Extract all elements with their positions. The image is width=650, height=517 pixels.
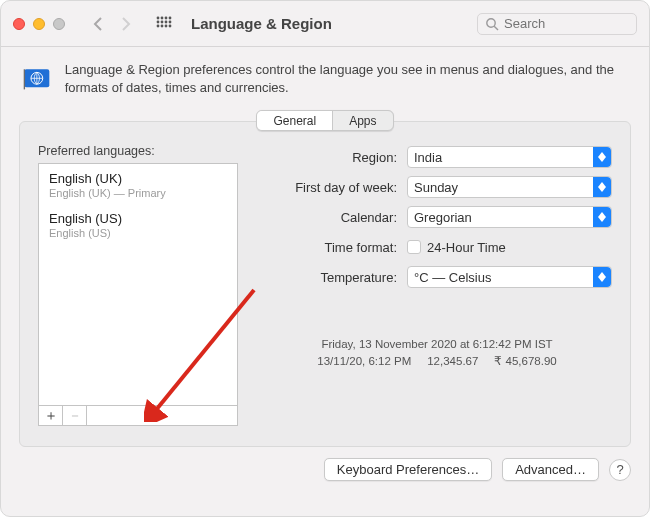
region-flag-icon	[23, 64, 51, 94]
search-wrapper	[477, 13, 637, 35]
svg-point-2	[165, 16, 168, 19]
settings-form: Region: India First day of week: Sunday	[262, 144, 612, 426]
chevron-right-icon	[121, 17, 131, 31]
tab-bar: General Apps	[1, 110, 649, 131]
list-item[interactable]: English (US) English (US)	[39, 204, 237, 244]
language-list-footer: ＋ －	[38, 405, 238, 426]
chevron-left-icon	[93, 17, 103, 31]
tab-general[interactable]: General	[257, 111, 332, 130]
traffic-lights	[13, 18, 65, 30]
banner-description: Language & Region preferences control th…	[65, 61, 631, 96]
titlebar: Language & Region	[1, 1, 649, 47]
preferences-window: Language & Region Language & Region pref…	[0, 0, 650, 517]
firstday-select[interactable]: Sunday	[407, 176, 612, 198]
svg-point-7	[169, 20, 172, 23]
svg-point-1	[161, 16, 164, 19]
remove-language-button[interactable]: －	[63, 406, 87, 425]
select-stepper-icon	[593, 147, 611, 167]
banner: Language & Region preferences control th…	[1, 47, 649, 110]
svg-point-5	[161, 20, 164, 23]
list-item[interactable]: English (UK) English (UK) — Primary	[39, 164, 237, 204]
help-button[interactable]: ?	[609, 459, 631, 481]
format-examples: Friday, 13 November 2020 at 6:12:42 PM I…	[262, 336, 612, 371]
24hour-checkbox[interactable]	[407, 240, 421, 254]
svg-point-6	[165, 20, 168, 23]
preferred-languages-section: Preferred languages: English (UK) Englis…	[38, 144, 238, 426]
example-line-1: Friday, 13 November 2020 at 6:12:42 PM I…	[262, 336, 612, 353]
calendar-select[interactable]: Gregorian	[407, 206, 612, 228]
firstday-label: First day of week:	[262, 180, 397, 195]
region-label: Region:	[262, 150, 397, 165]
back-button[interactable]	[85, 13, 111, 35]
search-input[interactable]	[477, 13, 637, 35]
svg-point-0	[157, 16, 160, 19]
svg-point-8	[157, 24, 160, 27]
firstday-value: Sunday	[414, 180, 458, 195]
svg-point-12	[487, 18, 495, 26]
grid-icon	[156, 16, 172, 32]
zoom-window-button	[53, 18, 65, 30]
timeformat-label: Time format:	[262, 240, 397, 255]
temperature-select[interactable]: °C — Celsius	[407, 266, 612, 288]
select-stepper-icon	[593, 177, 611, 197]
temperature-value: °C — Celsius	[414, 270, 491, 285]
language-subtitle: English (US)	[49, 227, 227, 239]
language-subtitle: English (UK) — Primary	[49, 187, 227, 199]
preferred-languages-label: Preferred languages:	[38, 144, 238, 158]
language-list[interactable]: English (UK) English (UK) — Primary Engl…	[38, 163, 238, 406]
calendar-value: Gregorian	[414, 210, 472, 225]
svg-point-10	[165, 24, 168, 27]
svg-point-3	[169, 16, 172, 19]
select-stepper-icon	[593, 207, 611, 227]
select-stepper-icon	[593, 267, 611, 287]
example-line-2: 13/11/20, 6:12 PM 12,345.67 ₹ 45,678.90	[262, 353, 612, 370]
language-name: English (UK)	[49, 171, 227, 186]
svg-point-9	[161, 24, 164, 27]
forward-button	[113, 13, 139, 35]
svg-point-4	[157, 20, 160, 23]
minimize-window-button[interactable]	[33, 18, 45, 30]
close-window-button[interactable]	[13, 18, 25, 30]
window-title: Language & Region	[191, 15, 332, 32]
nav-buttons	[85, 13, 139, 35]
show-all-button[interactable]	[151, 13, 177, 35]
24hour-label: 24-Hour Time	[427, 240, 506, 255]
svg-point-11	[169, 24, 172, 27]
advanced-button[interactable]: Advanced…	[502, 458, 599, 481]
add-language-button[interactable]: ＋	[39, 406, 63, 425]
svg-line-13	[494, 26, 498, 30]
bottom-bar: Keyboard Preferences… Advanced… ?	[1, 447, 649, 481]
search-icon	[485, 17, 499, 31]
keyboard-preferences-button[interactable]: Keyboard Preferences…	[324, 458, 492, 481]
calendar-label: Calendar:	[262, 210, 397, 225]
region-value: India	[414, 150, 442, 165]
tab-apps[interactable]: Apps	[332, 111, 392, 130]
content-pane: Preferred languages: English (UK) Englis…	[19, 121, 631, 447]
language-name: English (US)	[49, 211, 227, 226]
temperature-label: Temperature:	[262, 270, 397, 285]
region-select[interactable]: India	[407, 146, 612, 168]
